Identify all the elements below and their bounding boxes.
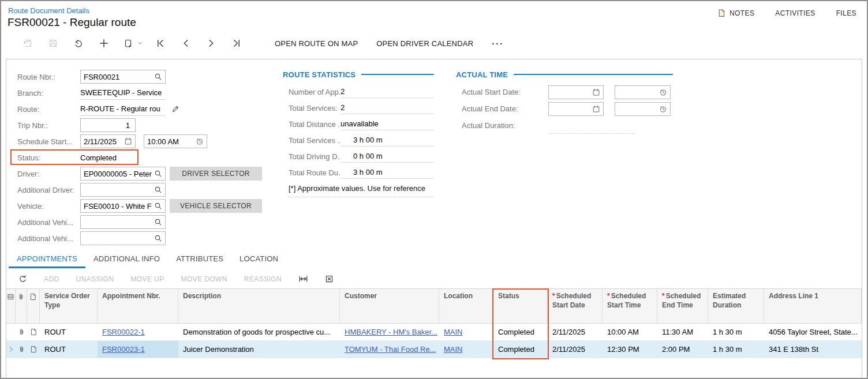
route-nbr-input[interactable]: FSR00021: [80, 70, 166, 84]
search-icon[interactable]: [154, 186, 162, 194]
schedule-start-date-input[interactable]: 2/11/2025: [80, 134, 136, 148]
activities-label: ACTIVITIES: [775, 9, 815, 17]
tab-attributes[interactable]: ATTRIBUTES: [168, 250, 231, 268]
calendar-icon[interactable]: [592, 88, 600, 96]
column-header-status[interactable]: Status: [493, 289, 548, 323]
cell-description: Demonstration of goods for prospective c…: [178, 324, 340, 340]
schedule-start-time-input[interactable]: 10:00 AM: [144, 134, 207, 148]
required-marker: *: [607, 292, 610, 300]
customer-link[interactable]: HMBAKERY - HM's Baker...: [345, 328, 437, 336]
search-icon[interactable]: [154, 218, 162, 226]
tab-location[interactable]: LOCATION: [231, 250, 286, 268]
additional-vehicle-1-input[interactable]: [80, 215, 166, 229]
calendar-icon[interactable]: [592, 105, 600, 113]
actual-time-section: ACTUAL TIME Actual Start Date: Actual En…: [456, 69, 673, 134]
column-header-description[interactable]: Description: [178, 289, 340, 323]
tab-additional-info[interactable]: ADDITIONAL INFO: [85, 250, 168, 268]
copy-paste-button[interactable]: [124, 39, 143, 48]
add-new-record-button[interactable]: [98, 37, 110, 49]
cell-estimated-duration: 1 h 30 m: [708, 324, 764, 340]
column-header-scheduled-end-time[interactable]: *Scheduled End Time: [657, 289, 708, 323]
clock-icon[interactable]: [196, 137, 204, 145]
column-header-scheduled-start-date[interactable]: *Scheduled Start Date: [548, 289, 603, 323]
files-button[interactable]: FILES: [836, 9, 856, 17]
export-to-excel-icon[interactable]: [325, 275, 334, 283]
go-first-record-button[interactable]: [155, 37, 166, 49]
trip-nbr-input[interactable]: 1: [80, 118, 136, 132]
page-title: FSR00021 - Regular route: [8, 16, 136, 29]
stat-row: Total Services:2: [283, 100, 434, 116]
search-icon[interactable]: [154, 73, 162, 81]
field-trip-nbr: Trip Nbr.: 1: [17, 117, 289, 133]
tab-appointments[interactable]: APPOINTMENTS: [9, 250, 85, 268]
additional-vehicle-2-label: Additional Vehi...: [17, 234, 80, 243]
more-actions-button[interactable]: ···: [492, 39, 504, 48]
column-header-customer[interactable]: Customer: [340, 289, 439, 323]
open-route-on-map-button[interactable]: OPEN ROUTE ON MAP: [275, 39, 358, 48]
notes-button[interactable]: NOTES: [717, 9, 754, 17]
column-header-appointment-nbr[interactable]: Appointment Nbr.: [98, 289, 178, 323]
cell-scheduled-start-date: 2/11/2025: [548, 324, 603, 340]
open-driver-calendar-button[interactable]: OPEN DRIVER CALENDAR: [376, 39, 473, 48]
location-link[interactable]: MAIN: [444, 345, 463, 354]
column-header-location[interactable]: Location: [439, 289, 493, 323]
column-header-service-order-type[interactable]: Service Order Type: [40, 289, 98, 323]
grid-header-row: Service Order Type Appointment Nbr. Desc…: [6, 289, 862, 324]
branch-input[interactable]: SWEETEQUIP - Service: [80, 86, 166, 100]
location-link[interactable]: MAIN: [444, 328, 463, 336]
section-rule: [514, 74, 673, 75]
driver-input[interactable]: EP00000005 - Peter: [80, 167, 166, 181]
go-next-record-button[interactable]: [205, 37, 217, 49]
refresh-icon[interactable]: [18, 275, 27, 283]
add-appointment-button: ADD: [44, 275, 59, 283]
route-input[interactable]: R-ROUTE - Regular rou: [80, 102, 166, 116]
appointment-link[interactable]: FSR00023-1: [102, 345, 145, 354]
paperclip-icon[interactable]: [16, 324, 27, 340]
go-last-record-button[interactable]: [231, 37, 242, 49]
appointment-row-1[interactable]: ROUT FSR00022-1 Demonstration of goods f…: [6, 324, 862, 341]
clock-icon[interactable]: [659, 105, 667, 113]
note-file-icon[interactable]: [27, 324, 40, 340]
customer-link[interactable]: TOMYUM - Thai Food Re...: [345, 345, 436, 354]
actual-end-date-input[interactable]: [548, 102, 604, 116]
cell-customer: TOMYUM - Thai Food Re...: [340, 341, 439, 358]
activities-button[interactable]: ACTIVITIES: [775, 9, 815, 17]
vehicle-selector-button[interactable]: VEHICLE SELECTOR: [170, 199, 262, 213]
column-header-scheduled-start-time[interactable]: *Scheduled Start Time: [603, 289, 657, 323]
column-header-estimated-duration[interactable]: Estimated Duration: [708, 289, 764, 323]
column-header-address-line-1[interactable]: Address Line 1: [764, 289, 862, 323]
field-additional-vehicle-1: Additional Vehi...: [17, 214, 289, 230]
files-label: FILES: [836, 9, 856, 17]
search-icon[interactable]: [154, 234, 162, 242]
note-file-icon[interactable]: [27, 341, 40, 358]
section-rule: [361, 74, 434, 75]
actual-end-time-input[interactable]: [615, 102, 671, 116]
go-previous-record-button[interactable]: [180, 37, 192, 49]
search-icon[interactable]: [154, 202, 162, 210]
driver-selector-button[interactable]: DRIVER SELECTOR: [170, 167, 262, 181]
paperclip-icon[interactable]: [16, 341, 27, 358]
actual-end-date-label: Actual End Date:: [462, 104, 548, 113]
actual-start-date-input[interactable]: [548, 85, 604, 99]
clock-icon[interactable]: [659, 88, 667, 96]
breadcrumb[interactable]: Route Document Details: [8, 6, 89, 15]
stat-value: 3 h 00 m: [341, 166, 434, 179]
fit-width-icon[interactable]: [298, 274, 308, 284]
appointment-link[interactable]: FSR00022-1: [102, 328, 145, 336]
additional-vehicle-2-input[interactable]: [80, 231, 166, 245]
vehicle-input[interactable]: FSE00010 - White F: [80, 199, 166, 213]
edit-pencil-icon[interactable]: [171, 105, 179, 113]
actual-start-time-input[interactable]: [615, 85, 671, 99]
calendar-icon[interactable]: [124, 137, 132, 145]
notes-column-header[interactable]: [27, 289, 40, 323]
field-additional-vehicle-2: Additional Vehi...: [17, 230, 289, 246]
additional-driver-input[interactable]: [80, 183, 166, 197]
paperclip-column-header[interactable]: [16, 289, 27, 323]
field-actual-start-date: Actual Start Date:: [456, 84, 673, 100]
appointment-row-2[interactable]: ROUT FSR00023-1 Juicer Demonstration TOM…: [6, 341, 862, 358]
search-icon[interactable]: [154, 170, 162, 178]
cancel-undo-button[interactable]: [73, 37, 84, 49]
grid-settings-header[interactable]: [6, 289, 16, 323]
trip-nbr-label: Trip Nbr.:: [17, 121, 80, 130]
stat-value: 3 h 00 m: [341, 134, 434, 147]
